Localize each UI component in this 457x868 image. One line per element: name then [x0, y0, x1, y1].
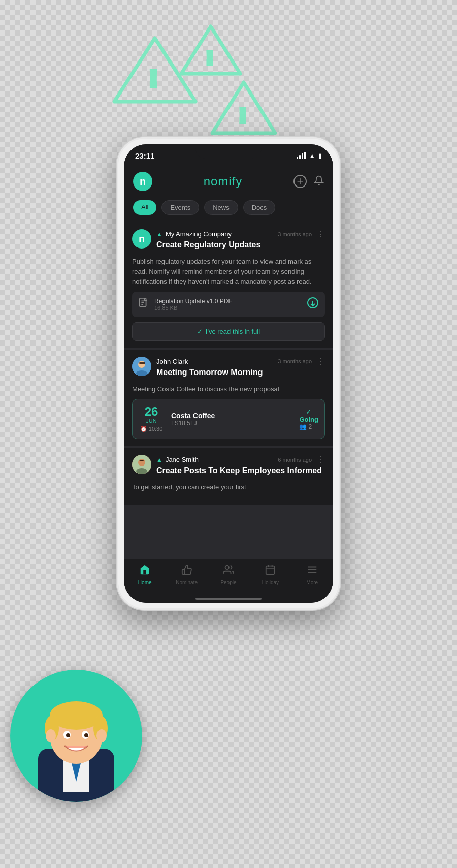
warning-triangle-2: !: [178, 20, 244, 81]
people-icon: 👥: [299, 423, 307, 430]
svg-text:!: !: [240, 105, 246, 126]
status-time: 23:11: [135, 151, 154, 160]
svg-point-34: [66, 733, 70, 737]
post-header-1: n ▲ My Amazing Company 3 months ago ⋮ Cr…: [132, 229, 325, 253]
post-header-3: ▲ Jane Smith 6 months ago ⋮ Create Posts…: [132, 455, 325, 478]
filter-tabs: All Events News Docs: [124, 196, 333, 222]
warning-icon-1: ▲: [156, 231, 162, 238]
event-details: Costa Coffee LS18 5LJ: [164, 412, 299, 427]
check-icon: ✓: [197, 328, 203, 335]
post-meta-3: ▲ Jane Smith 6 months ago ⋮ Create Posts…: [156, 455, 325, 478]
post-title-1: Create Regulatory Updates: [156, 240, 325, 250]
nav-home-label: Home: [138, 580, 152, 585]
tab-events[interactable]: Events: [161, 200, 199, 215]
post-options-1[interactable]: ⋮: [317, 229, 325, 239]
nav-holiday-label: Holiday: [262, 580, 279, 585]
nav-people[interactable]: People: [214, 564, 242, 585]
post-body-3: To get started, you can create your firs…: [132, 482, 325, 492]
nav-people-label: People: [220, 580, 236, 585]
svg-rect-11: [139, 362, 145, 364]
power-button: [340, 229, 340, 264]
svg-point-13: [138, 459, 145, 466]
nav-home[interactable]: Home: [131, 564, 159, 585]
tab-news[interactable]: News: [204, 200, 238, 215]
post-title-2: Meeting Tomorrow Morning: [156, 368, 325, 377]
post-author-1: My Amazing Company: [166, 230, 232, 238]
post-author-line-3: ▲ Jane Smith 6 months ago ⋮: [156, 455, 325, 464]
svg-point-35: [84, 733, 88, 737]
nav-nominate[interactable]: Nominate: [173, 564, 201, 585]
post-meta-1: ▲ My Amazing Company 3 months ago ⋮ Crea…: [156, 229, 325, 253]
signal-icon: [297, 152, 306, 159]
notch: [195, 144, 262, 159]
svg-rect-16: [266, 566, 275, 574]
people-icon: [223, 564, 234, 578]
volume-down-button: [117, 285, 117, 313]
post-options-3[interactable]: ⋮: [317, 455, 325, 464]
nav-nominate-label: Nominate: [176, 580, 198, 585]
home-icon: [139, 564, 150, 578]
phone-device: 23:11 ▲ ▮: [117, 137, 340, 610]
attachment-1[interactable]: Regulation Update v1.0 PDF 16.85 KB: [132, 292, 325, 317]
event-date: 26 JUN ⏰ 10:30: [139, 406, 164, 432]
warning-triangle-3: !: [208, 76, 279, 142]
wifi-icon: ▲: [309, 152, 315, 160]
nav-more[interactable]: More: [298, 564, 326, 585]
download-icon[interactable]: [307, 297, 319, 312]
post-time-3: 6 months ago: [278, 457, 312, 463]
svg-point-30: [46, 729, 56, 742]
app-title: nomify: [204, 174, 243, 189]
check-icon: ✓: [299, 408, 318, 416]
tab-all[interactable]: All: [133, 200, 156, 215]
read-button[interactable]: ✓ I've read this in full: [132, 322, 325, 341]
post-time-2: 3 months ago: [278, 358, 312, 364]
nav-more-label: More: [306, 580, 318, 585]
post-meeting: John Clark 3 months ago ⋮ Meeting Tomorr…: [124, 350, 333, 447]
post-meta-2: John Clark 3 months ago ⋮ Meeting Tomorr…: [156, 357, 325, 380]
header-actions: +: [293, 175, 324, 188]
pdf-icon: [138, 297, 149, 312]
event-rsvp: ✓ Going 👥 2: [299, 408, 318, 430]
status-icons: ▲ ▮: [297, 152, 322, 160]
read-button-label: I've read this in full: [206, 328, 260, 335]
svg-point-31: [96, 729, 107, 742]
post-employees-informed: ▲ Jane Smith 6 months ago ⋮ Create Posts…: [124, 448, 333, 505]
volume-up-button: [117, 249, 117, 277]
holiday-icon: [265, 564, 276, 578]
attachment-details: Regulation Update v1.0 PDF 16.85 KB: [154, 298, 232, 311]
mute-button: [117, 219, 117, 239]
event-venue: Costa Coffee: [171, 412, 292, 420]
add-icon[interactable]: +: [293, 175, 307, 188]
event-day: 26: [139, 406, 164, 418]
nav-holiday[interactable]: Holiday: [256, 564, 284, 585]
attachment-size: 16.85 KB: [154, 305, 232, 311]
event-card[interactable]: 26 JUN ⏰ 10:30 Costa Coffee LS18 5LJ: [132, 399, 325, 439]
tab-docs[interactable]: Docs: [243, 200, 276, 215]
jane-smith-avatar: [132, 455, 151, 474]
post-author-line-1: ▲ My Amazing Company 3 months ago ⋮: [156, 229, 325, 239]
character-avatar: [10, 670, 142, 802]
battery-icon: ▮: [318, 152, 322, 160]
attachment-info: Regulation Update v1.0 PDF 16.85 KB: [138, 297, 232, 312]
post-author-3: Jane Smith: [166, 456, 199, 463]
status-bar: 23:11 ▲ ▮: [124, 144, 333, 167]
company-avatar: n: [132, 229, 151, 249]
post-body-1: Publish regulatory updates for your team…: [132, 257, 325, 287]
app-header: n nomify +: [124, 167, 333, 196]
post-author-line-2: John Clark 3 months ago ⋮: [156, 357, 325, 366]
post-regulatory-updates: n ▲ My Amazing Company 3 months ago ⋮ Cr…: [124, 222, 333, 348]
post-author-2: John Clark: [156, 358, 188, 365]
post-body-2: Meeting Costa Coffee to discuss the new …: [132, 384, 325, 394]
home-indicator: [195, 598, 262, 600]
notification-bell-icon[interactable]: [314, 175, 324, 188]
post-title-3: Create Posts To Keep Employees Informed: [156, 466, 325, 475]
clock-icon: ⏰: [140, 426, 147, 432]
post-options-2[interactable]: ⋮: [317, 357, 325, 366]
going-label: Going: [299, 416, 318, 423]
attendee-count: 👥 2: [299, 423, 318, 430]
warning-icon-3: ▲: [156, 456, 162, 463]
event-location: LS18 5LJ: [171, 420, 292, 427]
event-month: JUN: [139, 418, 164, 424]
svg-rect-10: [136, 370, 147, 376]
event-time: ⏰ 10:30: [139, 426, 164, 432]
